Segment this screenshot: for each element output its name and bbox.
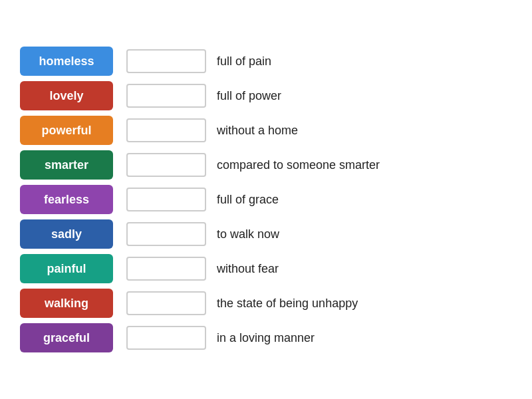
word-btn-graceful[interactable]: graceful [20, 323, 113, 352]
definitions-column: full of painfull of powerwithout a homec… [126, 47, 512, 352]
definition-text-6: without fear [217, 262, 279, 276]
definition-text-7: the state of being unhappy [217, 297, 358, 311]
word-btn-painful[interactable]: painful [20, 254, 113, 283]
definition-text-8: in a loving manner [217, 331, 315, 345]
definition-row: the state of being unhappy [126, 289, 512, 318]
definition-row: to walk now [126, 219, 512, 249]
answer-box-1[interactable] [126, 84, 206, 108]
answer-box-4[interactable] [126, 188, 206, 211]
definition-text-0: full of pain [217, 55, 271, 68]
definition-row: in a loving manner [126, 323, 512, 352]
word-btn-lovely[interactable]: lovely [20, 81, 113, 110]
definition-row: compared to someone smarter [126, 150, 512, 180]
definition-text-1: full of power [217, 89, 281, 103]
words-column: homelesslovelypowerfulsmarterfearlesssad… [20, 47, 113, 352]
definition-text-2: without a home [217, 124, 298, 138]
answer-box-7[interactable] [126, 291, 206, 315]
answer-box-2[interactable] [126, 118, 206, 142]
answer-box-6[interactable] [126, 257, 206, 281]
word-btn-walking[interactable]: walking [20, 289, 113, 318]
answer-box-3[interactable] [126, 153, 206, 177]
definition-row: full of grace [126, 185, 512, 214]
definition-row: full of power [126, 81, 512, 110]
main-container: homelesslovelypowerfulsmarterfearlesssad… [7, 33, 525, 366]
definition-row: without a home [126, 116, 512, 145]
word-btn-smarter[interactable]: smarter [20, 150, 113, 180]
word-btn-sadly[interactable]: sadly [20, 219, 113, 249]
word-btn-homeless[interactable]: homeless [20, 47, 113, 76]
word-btn-powerful[interactable]: powerful [20, 116, 113, 145]
definition-text-4: full of grace [217, 193, 279, 207]
definition-row: without fear [126, 254, 512, 283]
answer-box-8[interactable] [126, 326, 206, 350]
answer-box-0[interactable] [126, 49, 206, 73]
definition-text-3: compared to someone smarter [217, 158, 380, 172]
word-btn-fearless[interactable]: fearless [20, 185, 113, 214]
definition-row: full of pain [126, 47, 512, 76]
definition-text-5: to walk now [217, 227, 279, 241]
answer-box-5[interactable] [126, 222, 206, 246]
